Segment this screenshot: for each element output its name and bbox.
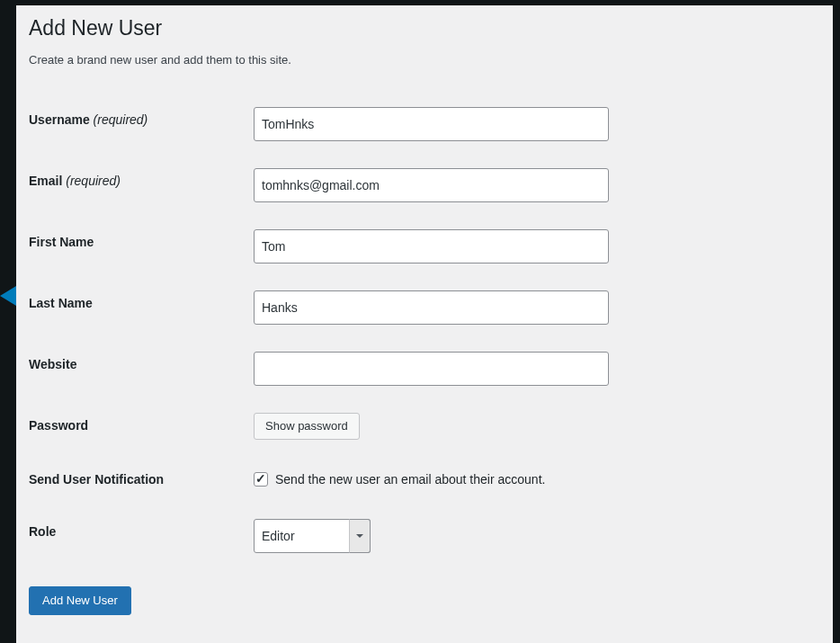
notification-checkbox-wrap: Send the new user an email about their a… (254, 472, 806, 487)
website-input[interactable] (254, 352, 609, 386)
label-username-required: (required) (94, 112, 148, 127)
label-role: Role (29, 505, 245, 567)
last-name-input[interactable] (254, 290, 609, 325)
label-email-text: Email (29, 174, 62, 188)
row-last-name: Last Name (29, 277, 815, 338)
row-notification: Send User Notification Send the new user… (29, 453, 815, 505)
label-email-required: (required) (66, 174, 121, 188)
role-select[interactable]: Editor (254, 519, 371, 553)
label-email: Email (required) (29, 155, 245, 216)
show-password-button[interactable]: Show password (254, 413, 360, 440)
content-area: Add New User Create a brand new user and… (16, 5, 833, 643)
label-username: Username (required) (29, 94, 245, 155)
row-role: Role Editor (29, 505, 815, 567)
app-frame: Add New User Create a brand new user and… (0, 0, 840, 643)
first-name-input[interactable] (254, 229, 609, 263)
notification-checkbox[interactable] (254, 472, 268, 487)
label-first-name: First Name (29, 216, 245, 277)
row-first-name: First Name (29, 216, 815, 277)
label-password: Password (29, 399, 245, 453)
notification-checkbox-label: Send the new user an email about their a… (275, 472, 545, 487)
label-last-name: Last Name (29, 277, 245, 338)
row-username: Username (required) (29, 94, 815, 155)
row-email: Email (required) (29, 155, 815, 216)
email-input[interactable] (254, 168, 609, 202)
user-form-table: Username (required) Email (required) (29, 94, 815, 567)
row-website: Website (29, 338, 815, 399)
collapse-menu-indicator[interactable] (0, 286, 16, 306)
page-description: Create a brand new user and add them to … (29, 53, 815, 67)
label-username-text: Username (29, 112, 90, 127)
username-input[interactable] (254, 107, 609, 141)
role-select-wrap: Editor (254, 519, 371, 553)
label-notification: Send User Notification (29, 453, 245, 505)
add-new-user-button[interactable]: Add New User (29, 586, 131, 615)
page-title: Add New User (29, 14, 815, 40)
label-website: Website (29, 338, 245, 399)
row-password: Password Show password (29, 399, 815, 453)
